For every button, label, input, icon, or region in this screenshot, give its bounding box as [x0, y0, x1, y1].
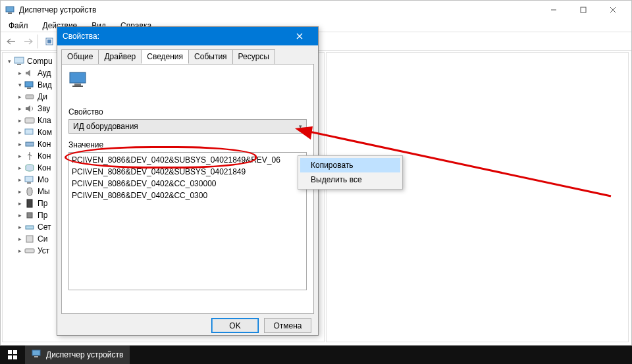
maximize-button[interactable] [568, 1, 598, 19]
svg-rect-3 [581, 7, 586, 13]
context-menu: Копировать Выделить все [298, 155, 403, 190]
dm-title: Диспетчер устройств [19, 5, 539, 14]
tree-item-label: Зву [38, 103, 50, 115]
prop-close-button[interactable] [286, 27, 313, 45]
value-row[interactable]: PCI\VEN_8086&DEV_0402&CC_0300 [72, 190, 303, 201]
ok-button[interactable]: OK [211, 318, 259, 333]
expand-icon[interactable]: ▸ [16, 209, 24, 221]
svg-rect-31 [72, 86, 83, 87]
property-combo[interactable]: ИД оборудования ▾ [68, 119, 307, 134]
expand-icon[interactable]: ▸ [16, 138, 24, 150]
svg-rect-39 [34, 356, 38, 357]
tab-driver[interactable]: Драйвер [98, 49, 142, 64]
expand-icon[interactable]: ▾ [16, 79, 24, 91]
svg-rect-23 [27, 213, 32, 218]
tree-item-label: Вид [38, 79, 52, 91]
prop-title: Свойства: [63, 32, 286, 41]
svg-rect-1 [8, 13, 12, 14]
svg-rect-19 [25, 176, 33, 182]
hid-icon [24, 246, 36, 256]
svg-rect-21 [27, 188, 32, 195]
device-display-icon [68, 82, 90, 91]
taskbar: Диспетчер устройств [0, 346, 632, 364]
system-icon [24, 234, 36, 244]
svg-rect-26 [25, 249, 34, 253]
context-copy[interactable]: Копировать [300, 158, 400, 172]
svg-rect-30 [74, 84, 81, 86]
tree-item-label: Пр [38, 197, 47, 209]
svg-rect-35 [13, 350, 17, 354]
tree-item-label: Си [38, 233, 47, 245]
display-icon [24, 80, 36, 90]
toolbar-separator [38, 34, 40, 49]
svg-rect-24 [26, 226, 34, 229]
tab-resources[interactable]: Ресурсы [232, 49, 275, 64]
expand-icon[interactable]: ▸ [16, 186, 24, 197]
taskbar-app-button[interactable]: Диспетчер устройств [25, 346, 130, 364]
tree-item-label: Ди [38, 91, 47, 103]
expand-icon[interactable]: ▸ [16, 221, 24, 233]
expand-icon[interactable]: ▸ [16, 150, 24, 162]
tree-root-label: Compu [27, 55, 53, 67]
chevron-down-icon: ▾ [299, 123, 302, 130]
start-button[interactable] [0, 346, 25, 364]
svg-rect-38 [32, 350, 40, 355]
menu-file[interactable]: Файл [6, 20, 31, 32]
keyboard-icon [24, 116, 36, 126]
value-row[interactable]: PCI\VEN_8086&DEV_0402&CC_030000 [72, 178, 303, 190]
mouse-icon [24, 187, 36, 197]
expand-icon[interactable]: ▸ [16, 91, 24, 103]
expand-icon[interactable]: ▸ [16, 245, 24, 257]
value-row[interactable]: PCI\VEN_8086&DEV_0402&SUBSYS_04021849&RE… [72, 154, 303, 166]
expand-icon[interactable]: ▸ [16, 67, 24, 79]
dialog-buttons: OK Отмена [57, 318, 318, 338]
close-button[interactable] [598, 1, 627, 19]
tree-item-label: Сет [38, 221, 51, 233]
window-buttons [539, 1, 627, 19]
svg-rect-36 [8, 355, 12, 359]
expand-icon[interactable]: ▸ [16, 103, 24, 115]
computer-icon [13, 57, 25, 66]
expand-icon[interactable]: ▸ [16, 233, 24, 245]
cancel-button[interactable]: Отмена [264, 318, 311, 333]
network-icon [24, 222, 36, 232]
svg-rect-15 [25, 118, 34, 123]
minimize-button[interactable] [539, 1, 568, 19]
toolbar-show-hidden-button[interactable] [41, 34, 57, 49]
expand-icon[interactable]: ▾ [5, 55, 13, 67]
svg-rect-11 [17, 64, 21, 65]
tab-events[interactable]: События [188, 49, 233, 64]
tab-body: Свойство ИД оборудования ▾ Значение PCI\… [61, 64, 314, 314]
device-manager-icon [32, 350, 42, 361]
svg-rect-29 [70, 72, 86, 83]
processor-icon [24, 211, 36, 221]
tree-item-label: Кон [38, 162, 51, 174]
disk-icon [24, 92, 36, 102]
toolbar-back-button[interactable] [3, 34, 19, 49]
taskbar-app-label: Диспетчер устройств [46, 350, 123, 359]
expand-icon[interactable]: ▸ [16, 126, 24, 138]
svg-rect-14 [26, 95, 34, 99]
firmware-icon [24, 199, 36, 209]
property-combo-value: ИД оборудования [73, 122, 138, 131]
svg-rect-12 [25, 82, 33, 87]
expand-icon[interactable]: ▸ [16, 174, 24, 186]
toolbar-forward-button[interactable] [20, 34, 36, 49]
context-select-all[interactable]: Выделить все [300, 172, 400, 187]
tab-general[interactable]: Общие [61, 49, 99, 64]
svg-rect-22 [27, 199, 32, 207]
expand-icon[interactable]: ▸ [16, 162, 24, 174]
tree-item-label: Пр [38, 209, 47, 221]
expand-icon[interactable]: ▸ [16, 197, 24, 209]
expand-icon[interactable]: ▸ [16, 115, 24, 126]
value-row[interactable]: PCI\VEN_8086&DEV_0402&SUBSYS_04021849 [72, 166, 303, 178]
svg-rect-34 [8, 350, 12, 354]
property-label: Свойство [68, 107, 307, 117]
tree-item-label: Мы [38, 186, 50, 197]
tree-item-label: Ком [38, 126, 52, 138]
tab-details[interactable]: Сведения [141, 49, 189, 64]
svg-rect-13 [27, 88, 31, 89]
dm-titlebar: Диспетчер устройств [1, 1, 631, 19]
svg-rect-0 [6, 7, 14, 12]
value-listbox[interactable]: PCI\VEN_8086&DEV_0402&SUBSYS_04021849&RE… [68, 152, 307, 290]
